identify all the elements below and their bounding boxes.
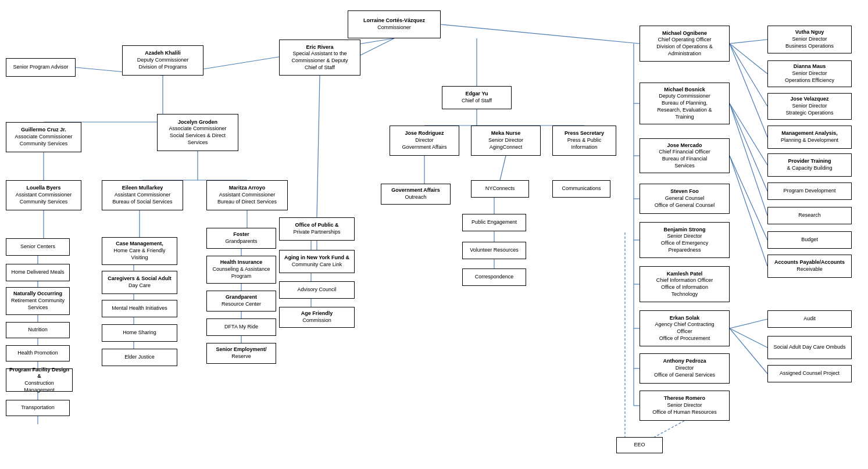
program-development-text-0: Program Development — [783, 188, 835, 194]
assigned-counsel-box: Assigned Counsel Project — [767, 365, 852, 382]
maritza-text-0: Maritza Arroyo — [229, 185, 266, 191]
michael-bosnick-text-2: Bureau of Planning, — [662, 100, 708, 106]
jose-rodriguez-text-2: Government Affairs — [402, 144, 447, 150]
social-adult-day-text-0: Social Adult Day Care Ombuds — [773, 344, 845, 350]
transportation-text-0: Transportation — [21, 404, 55, 410]
management-analysis-box: Management Analysis,Planning & Developme… — [767, 126, 852, 149]
volunteer-resources-box: Volunteer Resources — [462, 242, 526, 259]
svg-line-56 — [730, 44, 767, 106]
norcs-box: Naturally OccurringRetirement CommunityS… — [6, 287, 70, 315]
jocelyn-text-0: Jocelyn Groden — [178, 119, 217, 125]
svg-line-65 — [730, 328, 767, 374]
azadeh-text-1: Deputy Commissioner — [137, 57, 189, 63]
press-secretary-text-1: Press & Public — [567, 137, 602, 143]
health-insurance-text-1: Counseling & Assistance — [212, 266, 270, 272]
eileen-box: Eileen MullarkeyAssistant CommissionerBu… — [102, 180, 183, 210]
budget-box: Budget — [767, 231, 852, 249]
kamlesh-patel-text-3: Technology — [671, 291, 698, 297]
public-engagement-box: Public Engagement — [462, 214, 526, 231]
dianna-maus-text-1: Senior Director — [792, 70, 827, 76]
svg-line-2 — [441, 24, 640, 44]
guillermo-box: Guillermo Cruz Jr.Associate Commissioner… — [6, 122, 81, 152]
commissioner-text-0: Lorraine Cortés-Vázquez — [363, 17, 425, 23]
michael-ognibene-text-0: Michael Ognibene — [662, 30, 707, 36]
erkan-solak-text-3: Office of Procurement — [659, 335, 710, 341]
health-insurance-text-2: Program — [231, 273, 252, 279]
program-facility-box: Program Facility Design &Construction Ma… — [6, 368, 73, 392]
anthony-pedroza-box: Anthony PedrozaDirectorOffice of General… — [640, 353, 730, 384]
guillermo-text-0: Guillermo Cruz Jr. — [21, 127, 66, 133]
steven-foo-text-2: Office of General Counsel — [655, 202, 715, 208]
michael-bosnick-text-0: Michael Bosnick — [664, 87, 705, 92]
michael-ognibene-text-2: Division of Operations & — [656, 44, 713, 49]
svg-line-49 — [500, 156, 506, 180]
grandparent-resource-text-1: Resource Center — [222, 301, 261, 307]
svg-line-60 — [730, 103, 767, 216]
eric-rivera-text-3: Chief of Staff — [305, 65, 335, 70]
gov-affairs-outreach-text-0: Government Affairs — [391, 187, 440, 193]
michael-bosnick-text-4: Training — [675, 114, 694, 120]
michael-ognibene-text-1: Chief Operating Officer — [658, 37, 712, 42]
eric-rivera-text-0: Eric Rivera — [306, 44, 333, 50]
budget-text-0: Budget — [801, 237, 818, 242]
caregivers-box: Caregivers & Social AdultDay Care — [102, 271, 177, 294]
communications-box: Communications — [552, 180, 610, 198]
edgar-yu-box: Edgar YuChief of Staff — [442, 86, 512, 109]
audit-text-0: Audit — [803, 316, 816, 321]
senior-employment-text-1: Reserve — [231, 353, 251, 359]
office-public-private-box: Office of Public &Private Partnerships — [279, 217, 355, 241]
caregivers-text-1: Day Care — [128, 282, 151, 288]
vutha-nguy-text-2: Business Operations — [785, 43, 834, 49]
norcs-text-2: Services — [28, 305, 48, 310]
eric-rivera-box: Eric RiveraSpecial Assistant to theCommi… — [279, 40, 360, 76]
svg-line-63 — [730, 319, 767, 328]
steven-foo-box: Steven FooGeneral CounselOffice of Gener… — [640, 184, 730, 214]
foster-grandparents-text-1: Grandparents — [225, 238, 257, 244]
svg-line-62 — [730, 156, 767, 266]
jocelyn-box: Jocelyn GrodenAssociate CommissionerSoci… — [157, 114, 238, 151]
jose-velazquez-box: Jose VelazquezSenior DirectorStrategic O… — [767, 93, 852, 120]
case-management-box: Case Management,Home Care & FriendlyVisi… — [102, 237, 177, 265]
mental-health-text-0: Mental Health Initiatives — [112, 305, 167, 311]
erkan-solak-text-0: Erkan Solak — [670, 315, 700, 321]
jocelyn-text-3: Services — [188, 139, 208, 145]
eileen-text-2: Bureau of Social Services — [112, 199, 172, 205]
case-management-text-0: Case Management, — [116, 241, 163, 246]
caregivers-text-0: Caregivers & Social Adult — [108, 275, 172, 281]
norcs-text-0: Naturally Occurring — [13, 291, 62, 296]
senior-employment-text-0: Senior Employment/ — [216, 346, 266, 352]
senior-centers-text-0: Senior Centers — [20, 244, 55, 249]
aging-ny-fund-text-1: Community Care Link — [292, 262, 342, 267]
nutrition-box: Nutrition — [6, 322, 70, 338]
jocelyn-text-1: Associate Commissioner — [169, 126, 226, 131]
commissioner-box: Lorraine Cortés-VázquezCommissioner — [348, 10, 441, 38]
norcs-text-1: Retirement Community — [11, 298, 65, 303]
public-engagement-text-0: Public Engagement — [471, 219, 517, 225]
research-text-0: Research — [798, 212, 821, 218]
home-delivered-meals-text-0: Home Delivered Meals — [11, 269, 64, 275]
health-insurance-box: Health InsuranceCounseling & AssistanceP… — [206, 256, 276, 284]
svg-line-64 — [730, 328, 767, 348]
azadeh-text-0: Azadeh Khalili — [145, 50, 181, 56]
research-box: Research — [767, 207, 852, 224]
provider-training-box: Provider Training& Capacity Building — [767, 153, 852, 177]
louella-box: Louella ByersAssistant CommissionerCommu… — [6, 180, 81, 210]
grandparent-resource-box: GrandparentResource Center — [206, 291, 276, 312]
guillermo-text-1: Associate Commissioner — [15, 134, 72, 139]
eeo-text-0: EEO — [634, 442, 645, 447]
volunteer-resources-text-0: Volunteer Resources — [470, 247, 519, 253]
svg-line-58 — [730, 103, 767, 165]
therese-romero-text-2: Office of Human Resources — [652, 409, 716, 415]
dianna-maus-text-0: Dianna Maus — [794, 63, 826, 69]
meka-nurse-box: Meka NurseSenior DirectorAgingConnect — [471, 126, 541, 156]
svg-line-55 — [730, 44, 767, 74]
benjamin-strong-box: Benjamin StrongSenior DirectorOffice of … — [640, 222, 730, 258]
transportation-box: Transportation — [6, 400, 70, 416]
therese-romero-text-1: Senior Director — [667, 402, 702, 408]
anthony-pedroza-text-2: Office of General Services — [654, 372, 715, 378]
svg-line-59 — [730, 103, 767, 191]
jose-velazquez-text-2: Strategic Operations — [785, 110, 833, 116]
vutha-nguy-text-0: Vutha Nguy — [795, 29, 824, 35]
therese-romero-box: Therese RomeroSenior DirectorOffice of H… — [640, 391, 730, 421]
program-facility-text-0: Program Facility Design & — [9, 367, 69, 380]
